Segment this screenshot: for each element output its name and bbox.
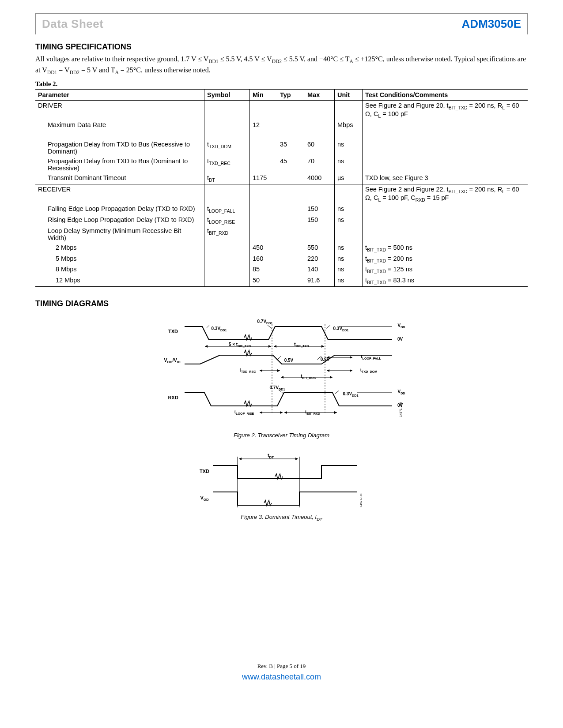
th-symbol: Symbol [204,90,250,101]
table-row: Loop Delay Symmetry (Minimum Recessive B… [35,226,528,243]
cell-min [250,204,278,215]
cell-symbol [204,120,250,130]
cell-symbol: tLOOP_FALL [204,204,250,215]
cell-min [250,226,278,243]
cell-parameter: 5 Mbps [35,254,204,265]
cell-typ [277,173,305,184]
fig2-ref: 14971-002 [399,402,402,417]
figure-2-caption: Figure 2. Transceiver Timing Diagram [35,432,528,439]
cell-typ [277,204,305,215]
table-row: Propagation Delay from TXD to Bus (Domin… [35,156,528,173]
cell-parameter: Falling Edge Loop Propagation Delay (TXD… [35,204,204,215]
table-row: 5 Mbps160220nstBIT_TXD = 200 ns [35,254,528,265]
cell-typ [277,264,305,275]
timing-diagrams-heading: TIMING DIAGRAMS [35,299,528,308]
cell-test: tBIT_TXD = 200 ns [363,254,528,265]
cell-parameter: 12 Mbps [35,275,204,286]
table-row: 8 Mbps85140nstBIT_TXD = 125 ns [35,264,528,275]
cell-symbol [204,254,250,265]
cell-parameter: Maximum Data Rate [35,120,204,130]
cell-typ [277,243,305,254]
cell-max [305,184,335,204]
cell-max: 150 [305,215,335,226]
cell-test: tBIT_TXD = 125 ns [363,264,528,275]
cell-typ: 35 [277,139,305,156]
table-header-row: Parameter Symbol Min Typ Max Unit Test C… [35,90,528,101]
cell-min [250,156,278,173]
cell-unit: ns [335,204,363,215]
cell-min: 450 [250,243,278,254]
figure-3: tDT TXD VOD 14971-103 Figure 3. Dominant… [35,446,528,522]
cell-parameter: Transmit Dominant Timeout [35,173,204,184]
table-row [35,130,528,139]
fig2-09v: 0.9V [316,357,334,362]
cell-max: 150 [305,204,335,215]
doc-type-label: Data Sheet [42,17,103,31]
fig2-07vdd1-b: 0.7VDD1 [264,385,291,391]
cell-min: 160 [250,254,278,265]
cell-parameter: Propagation Delay from TXD to Bus (Reces… [35,139,204,156]
cell-typ [277,120,305,130]
fig3-ref: 14971-103 [359,493,363,508]
cell-symbol: tTXD_DOM [204,139,250,156]
cell-max [305,120,335,130]
cell-typ [277,215,305,226]
cell-max: 220 [305,254,335,265]
footer-link[interactable]: www.datasheetall.com [35,672,528,682]
cell-unit: ns [335,156,363,173]
cell-min: 12 [250,120,278,130]
cell-typ [277,184,305,204]
table-row: 2 Mbps450550nstBIT_TXD = 500 ns [35,243,528,254]
table-row: Maximum Data Rate12Mbps [35,120,528,130]
table-row: RECEIVERSee Figure 2 and Figure 22, tBIT… [35,184,528,204]
cell-min [250,184,278,204]
fig3-vod: VOD [196,495,213,502]
table-row: Falling Edge Loop Propagation Delay (TXD… [35,204,528,215]
figure-2: TXD VOD/VID RXD VDD1 0V VDD1 0V 0.7VDD1 … [35,315,528,439]
cell-typ: 45 [277,156,305,173]
cell-min: 85 [250,264,278,275]
table-row: 12 Mbps5091.6nstBIT_TXD = 83.3 ns [35,275,528,286]
fig2-0v-a: 0V [393,337,405,341]
cell-max: 550 [305,243,335,254]
cell-unit: ns [335,243,363,254]
cell-test [363,226,528,243]
cell-unit: µs [335,173,363,184]
cell-unit [335,101,363,120]
th-min: Min [250,90,278,101]
intro-paragraph: All voltages are relative to their respe… [35,54,528,76]
cell-test [363,215,528,226]
timing-spec-heading: TIMING SPECIFICATIONS [35,42,528,52]
timing-spec-table: Parameter Symbol Min Typ Max Unit Test C… [35,89,528,287]
fig2-tbittxd: tBIT_TXD [284,342,319,348]
cell-symbol [204,243,250,254]
figure-3-caption: Figure 3. Dominant Timeout, tDT [35,514,528,522]
part-number: ADM3050E [462,17,521,31]
cell-parameter: Rising Edge Loop Propagation Delay (TXD … [35,215,204,226]
fig2-vdd1-b: VDD1 [393,389,405,395]
cell-min [250,215,278,226]
th-unit: Unit [335,90,363,101]
th-test: Test Conditions/Comments [363,90,528,101]
cell-max: 4000 [305,173,335,184]
table-row: Transmit Dominant TimeouttDT11754000µsTX… [35,173,528,184]
cell-typ [277,101,305,120]
cell-symbol [204,184,250,204]
fig3-tdt: tDT [262,453,280,459]
cell-symbol [204,101,250,120]
table-row: Propagation Delay from TXD to Bus (Reces… [35,139,528,156]
cell-test [363,204,528,215]
cell-test [363,139,528,156]
fig2-5tbit: 5 × tBIT_TXD [218,342,262,348]
cell-symbol [204,264,250,275]
cell-max: 91.6 [305,275,335,286]
cell-unit: ns [335,254,363,265]
cell-symbol: tBIT_RXD [204,226,250,243]
cell-parameter: 8 Mbps [35,264,204,275]
cell-min: 1175 [250,173,278,184]
cell-unit [335,226,363,243]
figure-2-svg: TXD VOD/VID RXD VDD1 0V VDD1 0V 0.7VDD1 … [158,315,405,430]
cell-test: See Figure 2 and Figure 22, tBIT_TXD = 2… [363,184,528,204]
fig2-rxd: RXD [162,395,184,400]
fig2-03vdd1-c: 0.3VDD1 [337,391,364,398]
